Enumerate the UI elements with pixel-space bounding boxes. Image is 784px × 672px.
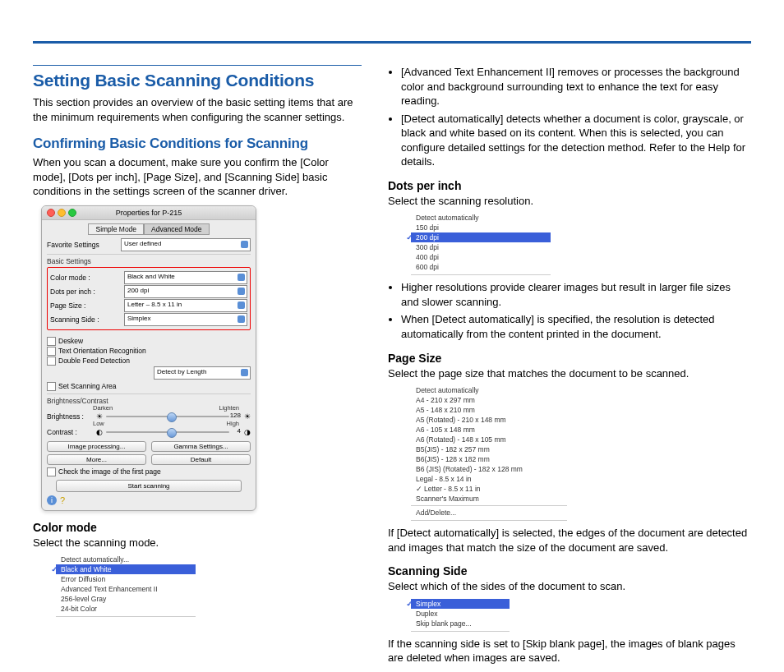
basic-settings-highlight: Color mode : Black and White Dots per in…: [47, 267, 251, 330]
list-item[interactable]: A6 (Rotated) - 148 x 105 mm: [411, 435, 567, 444]
start-scanning-button[interactable]: Start scanning: [56, 480, 241, 492]
dialog-title: Properties for P-215: [116, 209, 182, 217]
list-item[interactable]: Advanced Text Enhancement II: [56, 584, 196, 594]
deskew-label: Deskew: [58, 337, 83, 345]
scanning-side-after: If the scanning side is set to [Skip bla…: [388, 637, 751, 665]
page-size-select[interactable]: Letter – 8.5 x 11 in: [124, 299, 247, 312]
double-feed-label: Double Feed Detection: [58, 357, 130, 365]
list-item: Higher resolutions provide clearer image…: [401, 280, 751, 309]
page-size-heading: Page Size: [388, 352, 751, 365]
tab-advanced-mode[interactable]: Advanced Mode: [144, 223, 209, 235]
add-delete-item[interactable]: Add/Delete...: [411, 508, 567, 518]
list-item[interactable]: 400 dpi: [411, 252, 551, 262]
dpi-dropdown: Detect automatically 150 dpi 200 dpi 300…: [411, 213, 551, 275]
page-size-dropdown: Detect automatically A4 - 210 x 297 mm A…: [411, 385, 567, 521]
color-mode-heading: Color mode: [33, 521, 362, 534]
page-top-rule: [33, 41, 751, 44]
dpi-heading: Dots per inch: [388, 179, 751, 192]
default-button[interactable]: Default: [151, 454, 251, 465]
list-item[interactable]: A4 - 210 x 297 mm: [411, 395, 567, 405]
list-item[interactable]: 600 dpi: [411, 262, 551, 272]
favorite-settings-select[interactable]: User defined: [121, 238, 251, 251]
list-item[interactable]: Scanner's Maximum: [411, 494, 567, 504]
list-item[interactable]: Detect automatically...: [56, 555, 196, 564]
list-item[interactable]: 300 dpi: [411, 242, 551, 252]
list-item[interactable]: A5 - 148 x 210 mm: [411, 405, 567, 415]
list-item[interactable]: B6(JIS) - 128 x 182 mm: [411, 454, 567, 464]
darken-label: Darken: [93, 404, 113, 412]
dpi-select[interactable]: 200 dpi: [124, 285, 247, 298]
double-feed-checkbox[interactable]: [47, 357, 56, 366]
deskew-checkbox[interactable]: [47, 337, 56, 346]
detect-by-length-select[interactable]: Detect by Length: [154, 366, 251, 380]
brightness-value: 128: [230, 412, 241, 419]
list-item[interactable]: 200 dpi: [411, 232, 551, 242]
favorite-settings-label: Favorite Settings: [47, 241, 121, 249]
color-mode-label: Color mode :: [50, 274, 124, 282]
list-item[interactable]: A6 - 105 x 148 mm: [411, 425, 567, 435]
dpi-notes: Higher resolutions provide clearer image…: [388, 280, 751, 341]
basic-settings-heading: Basic Settings: [47, 254, 251, 265]
list-item[interactable]: Duplex: [411, 609, 510, 619]
image-processing-button[interactable]: Image processing...: [47, 441, 146, 452]
list-item[interactable]: 150 dpi: [411, 223, 551, 232]
list-item[interactable]: Simplex: [411, 599, 510, 609]
help-icon[interactable]: ?: [60, 495, 65, 505]
lighten-label: Lighten: [219, 404, 239, 412]
brightness-contrast-heading: Brightness/Contrast: [47, 394, 251, 405]
list-item[interactable]: Error Diffusion: [56, 574, 196, 584]
list-item[interactable]: A5 (Rotated) - 210 x 148 mm: [411, 415, 567, 425]
text-orientation-label: Text Orientation Recognition: [58, 347, 146, 355]
color-mode-dropdown: Detect automatically... Black and White …: [56, 555, 196, 617]
scanning-side-select[interactable]: Simplex: [124, 313, 247, 326]
dpi-label: Dots per inch :: [50, 288, 124, 296]
brightness-label: Brightness :: [47, 412, 93, 421]
info-icon[interactable]: i: [47, 495, 57, 505]
list-item[interactable]: Detect automatically: [411, 385, 567, 395]
list-item[interactable]: B6 (JIS) (Rotated) - 182 x 128 mm: [411, 464, 567, 474]
set-scanning-area-checkbox[interactable]: [47, 382, 56, 391]
more-button[interactable]: More...: [47, 454, 146, 465]
contrast-value: 4: [238, 427, 241, 435]
contrast-label: Contrast :: [47, 428, 93, 436]
list-item[interactable]: Black and White: [56, 564, 196, 574]
list-item[interactable]: Letter - 8.5 x 11 in: [411, 484, 567, 494]
scanning-side-body: Select which of the sides of the documen…: [388, 579, 751, 594]
color-mode-notes: [Advanced Text Enhancement II] removes o…: [388, 65, 751, 169]
list-item: When [Detect automatically] is specified…: [401, 312, 751, 341]
check-first-page-checkbox[interactable]: [47, 467, 56, 476]
gamma-settings-button[interactable]: Gamma Settings...: [151, 441, 251, 452]
dpi-body: Select the scanning resolution.: [388, 194, 751, 209]
minimize-icon[interactable]: [58, 209, 66, 217]
low-label: Low: [93, 420, 104, 427]
scanning-side-heading: Scanning Side: [388, 564, 751, 578]
page-size-after: If [Detect automatically] is selected, t…: [388, 526, 751, 555]
list-item[interactable]: 24-bit Color: [56, 604, 196, 614]
color-mode-select[interactable]: Black and White: [124, 271, 247, 284]
list-item[interactable]: B5(JIS) - 182 x 257 mm: [411, 444, 567, 454]
page-size-body: Select the page size that matches the do…: [388, 366, 751, 381]
section-intro: This section provides an overview of the…: [33, 95, 362, 124]
set-scanning-area-label: Set Scanning Area: [58, 382, 116, 390]
list-item[interactable]: Legal - 8.5 x 14 in: [411, 474, 567, 484]
subsection-body: When you scan a document, make sure you …: [33, 155, 362, 199]
list-item: [Detect automatically] detects whether a…: [401, 112, 751, 169]
close-icon[interactable]: [47, 209, 55, 217]
check-first-page-label: Check the image of the first page: [58, 467, 161, 476]
list-item[interactable]: Detect automatically: [411, 213, 551, 223]
scanning-side-dropdown: Simplex Duplex Skip blank page...: [411, 599, 510, 632]
list-item[interactable]: 256-level Gray: [56, 594, 196, 604]
brightness-slider[interactable]: 128: [106, 412, 241, 421]
section-heading: Setting Basic Scanning Conditions: [33, 65, 362, 90]
tab-simple-mode[interactable]: Simple Mode: [88, 223, 144, 235]
list-item: [Advanced Text Enhancement II] removes o…: [401, 65, 751, 108]
text-orientation-checkbox[interactable]: [47, 347, 56, 356]
list-item[interactable]: Skip blank page...: [411, 619, 510, 628]
page-size-label: Page Size :: [50, 301, 124, 310]
high-label: High: [227, 420, 239, 427]
contrast-slider[interactable]: 4: [106, 428, 241, 436]
zoom-icon[interactable]: [68, 209, 76, 217]
subsection-heading: Confirming Basic Conditions for Scanning: [33, 136, 362, 152]
scanner-properties-dialog: Properties for P-215 Simple ModeAdvanced…: [41, 205, 256, 511]
dialog-titlebar: Properties for P-215: [42, 206, 256, 220]
